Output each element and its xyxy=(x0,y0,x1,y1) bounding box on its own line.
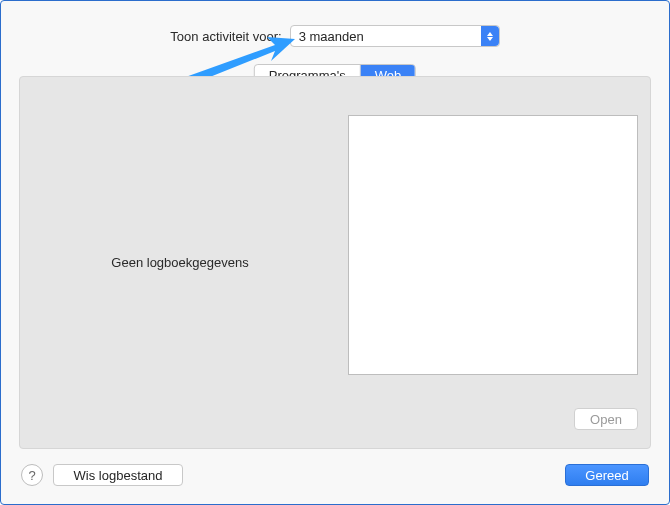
dropdown-stepper-icon xyxy=(481,26,499,46)
activity-duration-dropdown[interactable]: 3 maanden xyxy=(290,25,500,47)
done-button[interactable]: Gereed xyxy=(565,464,649,486)
web-log-listbox[interactable] xyxy=(348,115,638,375)
no-log-message: Geen logboekgegevens xyxy=(20,77,340,448)
dropdown-value: 3 maanden xyxy=(299,29,364,44)
log-panel: Geen logboekgegevens Open xyxy=(19,76,651,449)
clear-log-button[interactable]: Wis logbestand xyxy=(53,464,183,486)
activity-filter-row: Toon activiteit voor: 3 maanden xyxy=(1,25,669,47)
chevron-down-icon xyxy=(487,37,493,41)
chevron-up-icon xyxy=(487,32,493,36)
open-button-label: Open xyxy=(590,412,622,427)
preferences-window: Toon activiteit voor: 3 maanden Programm… xyxy=(0,0,670,505)
done-button-label: Gereed xyxy=(585,468,628,483)
help-icon: ? xyxy=(28,468,35,483)
clear-log-label: Wis logbestand xyxy=(74,468,163,483)
help-button[interactable]: ? xyxy=(21,464,43,486)
open-button[interactable]: Open xyxy=(574,408,638,430)
